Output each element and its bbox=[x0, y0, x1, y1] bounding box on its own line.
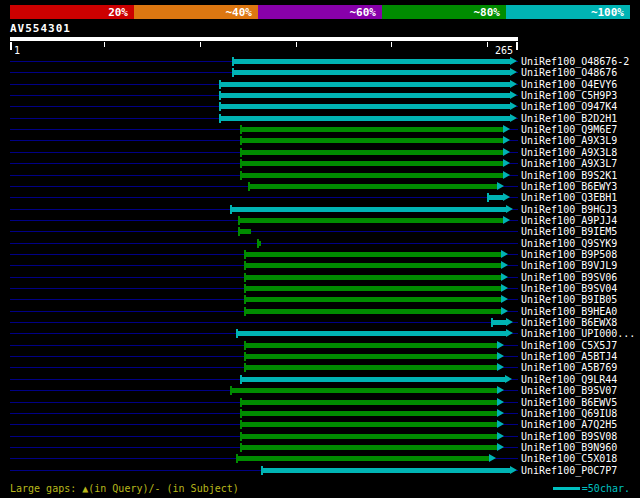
alignment-bar[interactable] bbox=[240, 411, 497, 416]
alignment-start-tick bbox=[232, 68, 234, 77]
ruler-tick bbox=[296, 42, 297, 47]
alignment-bar[interactable] bbox=[244, 252, 501, 257]
alignment-bar[interactable] bbox=[240, 127, 503, 132]
alignment-bar[interactable] bbox=[244, 309, 501, 314]
query-name: AV554301 bbox=[10, 22, 71, 35]
alignment-bar[interactable] bbox=[219, 104, 510, 109]
row-baseline bbox=[10, 197, 518, 198]
alignment-row: UniRef100_B9N960 bbox=[0, 442, 640, 453]
alignment-bar[interactable] bbox=[240, 173, 503, 178]
hit-label[interactable]: UniRef100_B9VJL9 bbox=[521, 260, 617, 271]
alignment-bar[interactable] bbox=[236, 456, 489, 461]
alignment-bar[interactable] bbox=[238, 218, 503, 223]
alignment-row: UniRef100_Q69IU8 bbox=[0, 408, 640, 419]
hit-label[interactable]: UniRef100_B9IB05 bbox=[521, 294, 617, 305]
hit-label[interactable]: UniRef100_C5X018 bbox=[521, 453, 617, 464]
alignment-bar[interactable] bbox=[236, 331, 506, 336]
hit-label[interactable]: UniRef100_A9X3L8 bbox=[521, 147, 617, 158]
alignment-arrow-icon bbox=[503, 193, 510, 201]
alignment-bar[interactable] bbox=[491, 320, 506, 325]
hit-label[interactable]: UniRef100_B9S2K1 bbox=[521, 170, 617, 181]
alignment-bar[interactable] bbox=[244, 354, 497, 359]
alignment-arrow-icon bbox=[501, 261, 508, 269]
alignment-arrow-icon bbox=[501, 250, 508, 258]
hit-label[interactable]: UniRef100_A9PJJ4 bbox=[521, 215, 617, 226]
alignment-arrow-icon bbox=[497, 409, 504, 417]
alignment-bar[interactable] bbox=[232, 59, 510, 64]
alignment-bar[interactable] bbox=[232, 70, 510, 75]
hit-label[interactable]: UniRef100_B6EWV5 bbox=[521, 397, 617, 408]
alignment-bar[interactable] bbox=[238, 229, 251, 234]
hit-label[interactable]: UniRef100_B2D2H1 bbox=[521, 113, 617, 124]
alignment-bar[interactable] bbox=[244, 263, 501, 268]
alignment-row: UniRef100_B9VJL9 bbox=[0, 260, 640, 271]
hit-label[interactable]: UniRef100_A5BTJ4 bbox=[521, 351, 617, 362]
hit-label[interactable]: UniRef100_B6EWY3 bbox=[521, 181, 617, 192]
alignment-bar[interactable] bbox=[240, 422, 497, 427]
alignment-bar[interactable] bbox=[240, 377, 505, 382]
hit-label[interactable]: UniRef100_B9P508 bbox=[521, 249, 617, 260]
hit-label[interactable]: UniRef100_Q9SYK9 bbox=[521, 238, 617, 249]
alignment-start-tick bbox=[240, 409, 242, 418]
hit-label[interactable]: UniRef100_B9N960 bbox=[521, 442, 617, 453]
hit-label[interactable]: UniRef100_A9X3L7 bbox=[521, 158, 617, 169]
hit-label[interactable]: UniRef100_O4EVY6 bbox=[521, 79, 617, 90]
hit-label[interactable]: UniRef100_P0C7P7 bbox=[521, 465, 617, 476]
hit-label[interactable]: UniRef100_B9HEA0 bbox=[521, 306, 617, 317]
hit-label[interactable]: UniRef100_Q69IU8 bbox=[521, 408, 617, 419]
alignment-start-tick bbox=[244, 307, 246, 316]
hit-label[interactable]: UniRef100_A5B769 bbox=[521, 362, 617, 373]
hit-label[interactable]: UniRef100_Q9M6E7 bbox=[521, 124, 617, 135]
alignment-arrow-icon bbox=[497, 386, 504, 394]
alignment-bar[interactable] bbox=[240, 138, 503, 143]
alignment-bar[interactable] bbox=[248, 184, 497, 189]
hit-label[interactable]: UniRef100_O48676-2 bbox=[521, 56, 629, 67]
hit-label[interactable]: UniRef100_O48676 bbox=[521, 67, 617, 78]
alignment-start-tick bbox=[240, 136, 242, 145]
alignment-bar[interactable] bbox=[244, 286, 501, 291]
alignment-start-tick bbox=[244, 363, 246, 372]
alignment-bar[interactable] bbox=[261, 468, 510, 473]
hit-label[interactable]: UniRef100_C5X5J7 bbox=[521, 340, 617, 351]
hit-label[interactable]: UniRef100_B9HGJ3 bbox=[521, 204, 617, 215]
alignment-arrow-icon bbox=[497, 363, 504, 371]
alignment-bar[interactable] bbox=[240, 400, 497, 405]
hit-label[interactable]: UniRef100_UPI000... bbox=[521, 328, 635, 339]
alignment-row: UniRef100_B6EWX8 bbox=[0, 317, 640, 328]
hit-label[interactable]: UniRef100_Q9LR44 bbox=[521, 374, 617, 385]
alignment-arrow-icon bbox=[510, 68, 517, 76]
identity-scalebar: 20%~40%~60%~80%~100% bbox=[10, 5, 630, 19]
ruler-tick bbox=[516, 42, 518, 50]
hit-label[interactable]: UniRef100_B9SV06 bbox=[521, 272, 617, 283]
alignment-bar[interactable] bbox=[240, 161, 503, 166]
alignment-bar[interactable] bbox=[240, 445, 497, 450]
alignment-bar[interactable] bbox=[219, 116, 510, 121]
alignment-bar[interactable] bbox=[244, 275, 501, 280]
hit-label[interactable]: UniRef100_B9SV08 bbox=[521, 431, 617, 442]
alignment-bar[interactable] bbox=[244, 365, 497, 370]
alignment-start-tick bbox=[240, 125, 242, 134]
hit-label[interactable]: UniRef100_Q3EBH1 bbox=[521, 192, 617, 203]
hit-label[interactable]: UniRef100_B9IEM5 bbox=[521, 226, 617, 237]
hit-label[interactable]: UniRef100_O947K4 bbox=[521, 101, 617, 112]
alignment-bar[interactable] bbox=[219, 82, 510, 87]
hit-label[interactable]: UniRef100_B6EWX8 bbox=[521, 317, 617, 328]
alignment-bar[interactable] bbox=[487, 195, 502, 200]
alignment-bar[interactable] bbox=[219, 93, 510, 98]
alignment-bar[interactable] bbox=[240, 150, 503, 155]
alignment-bar[interactable] bbox=[244, 297, 501, 302]
alignment-row: UniRef100_B9SV06 bbox=[0, 272, 640, 283]
alignment-bar[interactable] bbox=[240, 434, 497, 439]
alignment-arrow-icon bbox=[503, 171, 510, 179]
scale-segment: ~100% bbox=[506, 5, 630, 19]
alignment-bar[interactable] bbox=[230, 388, 496, 393]
alignment-start-tick bbox=[248, 182, 250, 191]
hit-label[interactable]: UniRef100_C5H9P3 bbox=[521, 90, 617, 101]
alignment-start-tick bbox=[240, 375, 242, 384]
hit-label[interactable]: UniRef100_A7Q2H5 bbox=[521, 419, 617, 430]
alignment-bar[interactable] bbox=[230, 207, 506, 212]
hit-label[interactable]: UniRef100_B9SV04 bbox=[521, 283, 617, 294]
hit-label[interactable]: UniRef100_B9SV07 bbox=[521, 385, 617, 396]
alignment-bar[interactable] bbox=[244, 343, 497, 348]
hit-label[interactable]: UniRef100_A9X3L9 bbox=[521, 135, 617, 146]
